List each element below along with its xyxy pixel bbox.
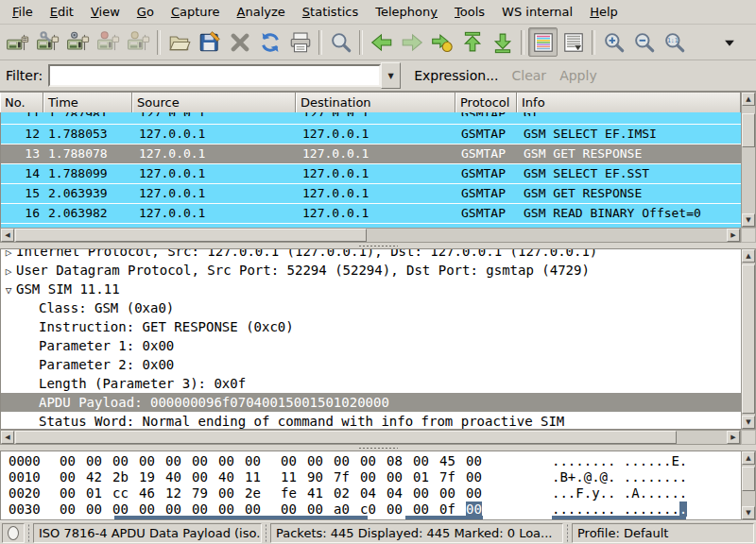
hex-byte[interactable]: 00 xyxy=(112,453,139,469)
hex-vscrollbar[interactable]: ▲ ▼ xyxy=(741,450,756,520)
menu-view[interactable]: View xyxy=(82,1,129,23)
hex-byte[interactable]: 40 xyxy=(218,469,245,485)
expression-button[interactable]: Expression... xyxy=(414,68,498,83)
hex-byte[interactable]: 00 xyxy=(466,469,492,485)
detail-line[interactable]: Length (Parameter 3): 0x0f xyxy=(1,374,741,393)
hex-byte[interactable]: 41 xyxy=(307,485,334,502)
hex-byte[interactable]: 00 xyxy=(307,502,334,518)
hex-row[interactable]: 001000422b194000401111907f0000017f00.B+.… xyxy=(1,469,741,485)
statusbar-grip[interactable] xyxy=(564,523,571,543)
scroll-up-button[interactable]: ▲ xyxy=(742,93,755,106)
hex-byte[interactable]: 00 xyxy=(245,502,271,518)
detail-line[interactable]: Status Word: Normal ending of command wi… xyxy=(1,412,741,430)
hex-byte[interactable]: 00 xyxy=(165,502,192,518)
dropdown-button[interactable] xyxy=(714,27,744,57)
hex-byte[interactable]: 00 xyxy=(192,469,218,485)
hex-byte[interactable]: 00 xyxy=(139,502,165,518)
menu-statistics[interactable]: Statistics xyxy=(294,1,367,23)
details-vscrollbar[interactable]: ▲ ▼ xyxy=(741,248,756,430)
hex-byte[interactable]: 46 xyxy=(139,485,165,502)
hex-byte[interactable]: a0 xyxy=(334,502,360,518)
menu-go[interactable]: Go xyxy=(129,1,163,23)
capture-options-button[interactable] xyxy=(33,27,62,57)
scroll-thumb[interactable] xyxy=(742,113,755,147)
detail-line[interactable]: Class: GSM (0xa0) xyxy=(1,298,741,317)
hex-row[interactable]: 00200001cc461279002efe41020404000000...F… xyxy=(1,485,741,502)
hex-byte[interactable]: 00 xyxy=(360,453,387,469)
menu-capture[interactable]: Capture xyxy=(163,1,229,23)
details-hscrollbar[interactable]: ◀ ▶ xyxy=(0,430,741,445)
hex-byte[interactable]: 00 xyxy=(245,453,271,469)
hex-byte[interactable]: 0f xyxy=(439,502,466,518)
zoom-in-button[interactable] xyxy=(599,27,628,57)
hex-byte[interactable]: 40 xyxy=(165,469,192,485)
menu-analyze[interactable]: Analyze xyxy=(229,1,294,23)
hex-byte[interactable]: 00 xyxy=(466,453,492,469)
filter-input[interactable] xyxy=(48,64,381,87)
hex-byte[interactable]: 00 xyxy=(334,453,360,469)
detail-line[interactable]: ▽GSM SIM 11.11 xyxy=(1,280,741,298)
menu-telephony[interactable]: Telephony xyxy=(367,1,446,23)
collapsed-expander-icon[interactable]: ▷ xyxy=(1,249,16,261)
scroll-left-button[interactable]: ◀ xyxy=(1,431,14,444)
expert-info-button[interactable] xyxy=(2,523,25,543)
scroll-up-button[interactable]: ▲ xyxy=(742,249,755,263)
go-back-button[interactable] xyxy=(367,27,396,57)
hex-byte[interactable]: 00 xyxy=(413,502,439,518)
packet-list-vscrollbar[interactable]: ▲ ▼ xyxy=(741,92,756,228)
scroll-thumb[interactable] xyxy=(15,431,677,444)
hex-row[interactable]: 003000000000000000000000a0c000000f00....… xyxy=(1,502,741,518)
hex-byte[interactable]: 00 xyxy=(413,485,439,502)
hex-byte[interactable]: 00 xyxy=(192,502,218,518)
hex-byte[interactable]: c0 xyxy=(360,502,387,518)
detail-line[interactable]: Parameter 2: 0x00 xyxy=(1,355,741,374)
clear-button[interactable]: Clear xyxy=(512,68,547,83)
hex-byte[interactable]: 00 xyxy=(60,502,86,518)
detail-line[interactable]: Instruction: GET RESPONSE (0xc0) xyxy=(1,317,741,336)
menu-edit[interactable]: Edit xyxy=(42,1,82,23)
collapsed-expander-icon[interactable]: ▷ xyxy=(1,263,16,280)
scroll-left-button[interactable]: ◀ xyxy=(1,229,14,242)
menu-help[interactable]: Help xyxy=(581,1,627,23)
menu-file[interactable]: File xyxy=(4,1,42,23)
menu-ws-internal[interactable]: WS internal xyxy=(493,1,581,23)
zoom-original-button[interactable]: 1:1 xyxy=(660,27,689,57)
hex-byte[interactable]: 7f xyxy=(334,469,360,485)
detail-line[interactable]: ▷User Datagram Protocol, Src Port: 52294… xyxy=(1,261,741,280)
apply-button[interactable]: Apply xyxy=(559,68,597,83)
print-button[interactable] xyxy=(285,27,315,57)
expanded-expander-icon[interactable]: ▽ xyxy=(1,281,16,298)
hex-byte[interactable]: 00 xyxy=(218,453,245,469)
statusbar-grip[interactable] xyxy=(263,523,269,543)
hex-byte[interactable]: 7f xyxy=(439,469,466,485)
hex-byte[interactable]: 45 xyxy=(439,453,466,469)
hex-row[interactable]: 000000000000000000000000000008004500....… xyxy=(1,453,741,469)
hex-byte[interactable]: 00 xyxy=(281,502,307,518)
column-header-no[interactable]: No. xyxy=(0,93,43,113)
hex-byte[interactable]: 00 xyxy=(86,502,112,518)
column-header-time[interactable]: Time xyxy=(43,93,132,113)
go-bottom-button[interactable] xyxy=(488,27,517,57)
file-save-button[interactable] xyxy=(195,27,224,57)
hex-byte[interactable]: 00 xyxy=(112,502,139,518)
hex-byte[interactable]: 11 xyxy=(245,469,271,485)
packet-row[interactable]: 111.787981127.0.0.1127.0.0.1GSMTAPGT xyxy=(1,112,742,124)
hex-byte[interactable]: 00 xyxy=(413,453,439,469)
goto-packet-button[interactable] xyxy=(427,27,456,57)
hex-byte[interactable]: 00 xyxy=(439,485,466,502)
reload-button[interactable] xyxy=(255,27,284,57)
packet-row[interactable]: 121.788053127.0.0.1127.0.0.1GSMTAPGSM SE… xyxy=(1,124,742,144)
hex-byte[interactable]: 90 xyxy=(307,469,334,485)
filter-dropdown-button[interactable]: ▼ xyxy=(381,62,401,89)
hex-byte[interactable]: 00 xyxy=(192,453,218,469)
hex-byte[interactable]: 01 xyxy=(413,469,439,485)
scroll-right-button[interactable]: ▶ xyxy=(727,431,740,444)
hex-byte[interactable]: 42 xyxy=(86,469,112,485)
packet-row[interactable]: 152.063939127.0.0.1127.0.0.1GSMTAPGSM GE… xyxy=(1,183,742,203)
hex-byte[interactable]: 00 xyxy=(281,453,307,469)
packet-row[interactable]: 131.788078127.0.0.1127.0.0.1GSMTAPGSM GE… xyxy=(1,144,742,163)
hex-byte[interactable]: 19 xyxy=(139,469,165,485)
capture-interfaces-button[interactable] xyxy=(3,27,32,57)
scroll-right-button[interactable]: ▶ xyxy=(727,229,740,242)
detail-line[interactable]: Parameter 1: 0x00 xyxy=(1,336,741,355)
